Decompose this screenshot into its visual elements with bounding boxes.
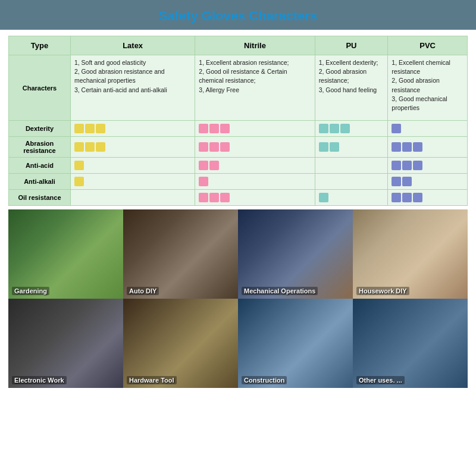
antiacid-nitrile	[195, 158, 315, 174]
characters-row: Characters 1, Soft and good elasticity2,…	[9, 55, 468, 121]
comparison-table: Type Latex Nitrile PU PVC Characters 1, …	[8, 36, 468, 206]
oil-label: Oil resistance	[9, 190, 71, 206]
dexterity-pvc	[388, 121, 468, 137]
abrasion-label: Abrasion resistance	[9, 137, 71, 158]
antialkali-pvc	[388, 174, 468, 190]
label-other: Other uses. ...	[356, 376, 405, 384]
nitrile-chars-content: 1, Excellent abrasion resistance;2, Good…	[199, 58, 311, 95]
latex-chars: 1, Soft and good elasticity2, Good abras…	[70, 55, 195, 121]
label-housework: Housework DIY	[356, 287, 409, 295]
image-construction: Construction	[238, 299, 353, 388]
image-hardware: Hardware Tool	[123, 299, 238, 388]
oil-nitrile	[195, 190, 315, 206]
col-type: Type	[9, 36, 71, 55]
dexterity-nitrile	[195, 121, 315, 137]
image-auto-diy: Auto DIY	[123, 209, 238, 299]
col-pu: PU	[315, 36, 388, 55]
pu-chars-content: 1, Excellent dexterity;2, Good abrasion …	[319, 58, 384, 95]
table-section: Type Latex Nitrile PU PVC Characters 1, …	[0, 30, 476, 209]
characters-label: Characters	[9, 55, 71, 121]
col-pvc: PVC	[388, 36, 468, 55]
col-latex: Latex	[70, 36, 195, 55]
label-electronic: Electronic Work	[12, 376, 67, 384]
label-hardware: Hardware Tool	[127, 376, 177, 384]
image-other: Other uses. ...	[353, 299, 468, 388]
antiacid-latex	[70, 158, 195, 174]
oil-row: Oil resistance	[9, 190, 468, 206]
label-mechanical: Mechanical Operations	[242, 287, 318, 295]
pvc-chars-content: 1, Excellent chemical resistance2, Good …	[392, 58, 464, 112]
abrasion-pvc	[388, 137, 468, 158]
dexterity-label: Dexterity	[9, 121, 71, 137]
abrasion-row: Abrasion resistance	[9, 137, 468, 158]
antiacid-pvc	[388, 158, 468, 174]
oil-pu	[315, 190, 388, 206]
antiacid-row: Anti-acid	[9, 158, 468, 174]
dexterity-pu	[315, 121, 388, 137]
antialkali-pu	[315, 174, 388, 190]
latex-chars-content: 1, Soft and good elasticity2, Good abras…	[74, 58, 191, 95]
pu-chars: 1, Excellent dexterity;2, Good abrasion …	[315, 55, 388, 121]
antialkali-row: Anti-alkali	[9, 174, 468, 190]
abrasion-pu	[315, 137, 388, 158]
image-mechanical: Mechanical Operations	[238, 209, 353, 299]
pvc-chars: 1, Excellent chemical resistance2, Good …	[388, 55, 468, 121]
image-housework: Housework DIY	[353, 209, 468, 299]
dexterity-latex	[70, 121, 195, 137]
page-header: Safety Gloves Characters	[0, 0, 476, 30]
label-gardening: Gardening	[12, 287, 49, 295]
abrasion-latex	[70, 137, 195, 158]
antialkali-label: Anti-alkali	[9, 174, 71, 190]
label-construction: Construction	[242, 376, 287, 384]
col-nitrile: Nitrile	[195, 36, 315, 55]
oil-pvc	[388, 190, 468, 206]
dexterity-row: Dexterity	[9, 121, 468, 137]
image-gardening: Gardening	[8, 209, 123, 299]
abrasion-nitrile	[195, 137, 315, 158]
label-auto-diy: Auto DIY	[127, 287, 159, 295]
antiacid-pu	[315, 158, 388, 174]
images-grid: Gardening Auto DIY Mechanical Operations…	[8, 209, 468, 388]
antialkali-nitrile	[195, 174, 315, 190]
nitrile-chars: 1, Excellent abrasion resistance;2, Good…	[195, 55, 315, 121]
antialkali-latex	[70, 174, 195, 190]
image-electronic: Electronic Work	[8, 299, 123, 388]
page-title: Safety Gloves Characters	[0, 8, 476, 24]
oil-latex	[70, 190, 195, 206]
antiacid-label: Anti-acid	[9, 158, 71, 174]
